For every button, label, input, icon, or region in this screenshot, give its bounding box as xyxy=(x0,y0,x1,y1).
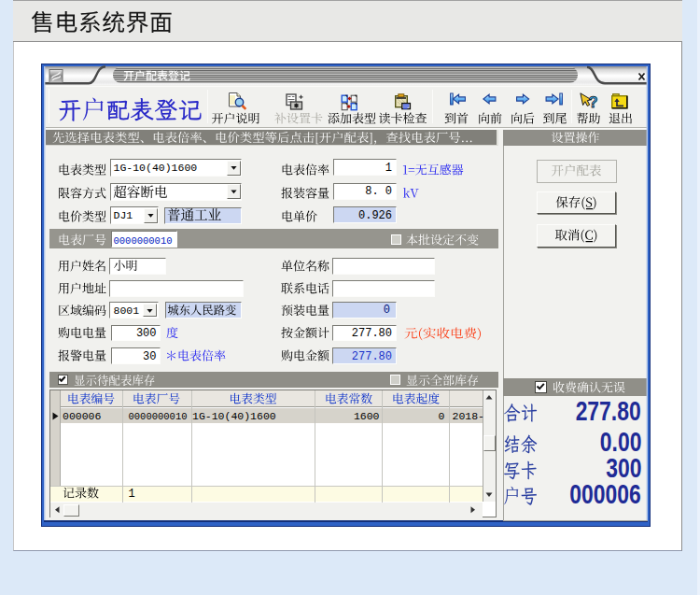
svg-text:?: ? xyxy=(588,93,597,110)
